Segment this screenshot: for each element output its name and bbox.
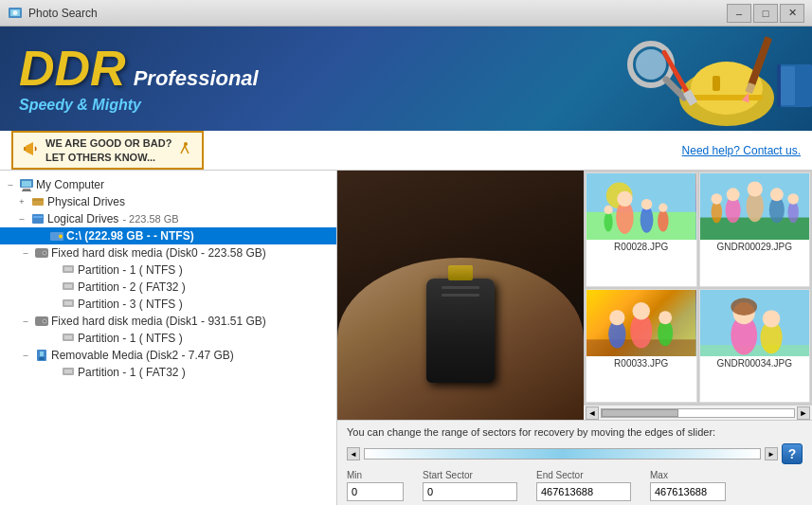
min-input[interactable]: [347, 482, 404, 501]
sector-description: You can change the range of sectors for …: [347, 426, 803, 438]
usb-illustration: [337, 171, 584, 420]
tree-label: Partition - 3 ( NTFS ): [78, 298, 183, 311]
tree-label: Removable Media (Disk2 - 7.47 GB): [51, 349, 234, 362]
partition-icon: [61, 262, 76, 278]
svg-point-31: [44, 252, 45, 254]
thumbnail-scrollbar-thumb[interactable]: [602, 409, 678, 417]
good-bad-line2: LET OTHERS KNOW...: [45, 151, 171, 164]
svg-rect-20: [22, 181, 31, 187]
thumbnail-item[interactable]: R00028.JPG: [586, 172, 697, 287]
help-button[interactable]: ?: [782, 443, 803, 464]
main-preview-image: [337, 171, 584, 420]
svg-point-85: [762, 310, 779, 327]
svg-point-66: [769, 188, 783, 201]
info-bar: WE ARE GOOD OR BAD? LET OTHERS KNOW... N…: [0, 131, 812, 171]
file-tree-panel[interactable]: – My Computer + Physical Drives – Logica…: [0, 171, 337, 505]
scroll-right-button[interactable]: ►: [797, 406, 810, 420]
expand-icon[interactable]: –: [19, 349, 32, 362]
thumbnail-item[interactable]: GNDR00034.JPG: [699, 289, 811, 404]
sector-max-field: Max: [650, 470, 726, 501]
preview-area: R00028.JPG: [337, 171, 812, 420]
thumbnail-image: [700, 173, 810, 240]
good-bad-line1: WE ARE GOOD OR BAD?: [45, 136, 171, 150]
svg-rect-33: [64, 267, 72, 271]
logo-tagline: Speedy & Mighty: [19, 97, 259, 114]
thumbnail-label: R00033.JPG: [586, 356, 696, 370]
close-button[interactable]: ✕: [780, 4, 804, 23]
svg-rect-42: [64, 335, 72, 339]
tree-item-disk0-part2[interactable]: Partition - 2 ( FAT32 ): [0, 279, 336, 296]
svg-point-52: [617, 191, 632, 207]
minimize-button[interactable]: –: [727, 4, 751, 23]
expand-icon: [45, 332, 59, 345]
svg-point-54: [641, 199, 653, 210]
tree-item-physical[interactable]: + Physical Drives: [0, 193, 336, 210]
slider-left-button[interactable]: ◄: [347, 447, 360, 460]
tree-item-logical[interactable]: – Logical Drives - 223.58 GB: [0, 210, 336, 227]
tree-item-c-drive[interactable]: C:\ (222.98 GB - - NTFS): [0, 227, 336, 244]
thumbnail-item[interactable]: R00033.JPG: [586, 289, 697, 404]
maximize-button[interactable]: □: [753, 4, 778, 23]
sector-start-field: Start Sector: [423, 470, 517, 501]
sector-slider-track[interactable]: [364, 448, 761, 460]
tree-label: Partition - 1 ( FAT32 ): [78, 366, 186, 379]
expand-icon[interactable]: –: [15, 212, 28, 225]
svg-point-64: [726, 188, 739, 201]
logo-area: DDR Professional Speedy & Mighty: [0, 34, 278, 123]
start-sector-input[interactable]: [423, 482, 517, 501]
window-title: Photo Search: [28, 7, 727, 20]
end-sector-input[interactable]: [536, 482, 631, 501]
svg-rect-26: [33, 216, 43, 218]
svg-point-78: [659, 311, 672, 324]
tree-item-disk0-part1[interactable]: Partition - 1 ( NTFS ): [0, 262, 336, 279]
svg-point-8: [636, 49, 666, 80]
sector-min-field: Min: [347, 470, 404, 501]
partition-icon: [61, 331, 76, 346]
slider-right-button[interactable]: ►: [765, 447, 778, 460]
sector-end-field: End Sector: [536, 470, 631, 501]
thumbnail-label: GNDR00029.JPG: [700, 240, 810, 254]
svg-point-62: [747, 181, 762, 196]
max-input[interactable]: [650, 482, 726, 501]
svg-rect-17: [777, 64, 781, 107]
logo-ddr: DDR: [19, 44, 126, 93]
partition-icon: [61, 365, 76, 380]
svg-point-56: [659, 204, 667, 212]
svg-point-69: [787, 201, 799, 223]
tree-item-disk1[interactable]: – Fixed hard disk media (Disk1 - 931.51 …: [0, 313, 336, 330]
expand-icon[interactable]: –: [19, 315, 32, 328]
tree-label: C:\ (222.98 GB - - NTFS): [66, 229, 194, 243]
tree-label: Physical Drives: [47, 195, 125, 208]
thumbnail-image: [700, 290, 810, 356]
tree-item-disk1-part1[interactable]: Partition - 1 ( NTFS ): [0, 330, 336, 347]
svg-rect-37: [64, 301, 72, 305]
expand-icon[interactable]: –: [19, 246, 32, 260]
expand-icon[interactable]: –: [4, 178, 17, 191]
thumbnail-image: [586, 290, 696, 356]
tree-label: Fixed hard disk media (Disk1 - 931.51 GB…: [51, 315, 266, 328]
tree-item-disk0-part3[interactable]: Partition - 3 ( NTFS ): [0, 296, 336, 313]
expand-icon[interactable]: +: [15, 195, 28, 208]
titlebar: Photo Search – □ ✕: [0, 0, 812, 27]
scroll-left-button[interactable]: ◄: [586, 406, 599, 420]
tree-size: - 223.58 GB: [122, 213, 178, 225]
svg-point-83: [731, 298, 757, 315]
drives-icon: [30, 194, 45, 209]
max-label: Max: [650, 470, 668, 480]
expand-icon: [45, 280, 59, 294]
svg-rect-24: [32, 199, 44, 201]
tree-item-disk0[interactable]: – Fixed hard disk media (Disk0 - 223.58 …: [0, 244, 336, 262]
thumbnail-label: R00028.JPG: [586, 240, 696, 254]
help-link[interactable]: Need help? Contact us.: [682, 144, 801, 157]
tree-item-mycomputer[interactable]: – My Computer: [0, 176, 336, 193]
start-label: Start Sector: [423, 470, 473, 480]
tree-item-removable[interactable]: – Removable Media (Disk2 - 7.47 GB): [0, 347, 336, 364]
svg-point-67: [711, 201, 722, 223]
thumbnail-item[interactable]: GNDR00029.JPG: [699, 172, 811, 287]
hdd-icon: [34, 245, 49, 261]
tree-item-removable-part1[interactable]: Partition - 1 ( FAT32 ): [0, 364, 336, 381]
thumbnail-scrollbar-track[interactable]: [601, 408, 795, 418]
svg-point-68: [711, 193, 722, 205]
thumbnail-image: [586, 173, 696, 240]
svg-point-57: [604, 212, 612, 232]
